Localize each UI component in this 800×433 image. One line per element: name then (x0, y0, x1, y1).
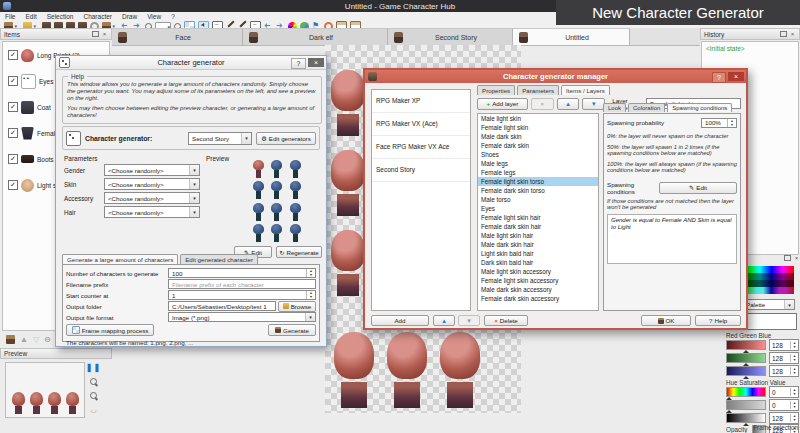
preview-zoom-out-button[interactable] (88, 390, 99, 401)
float-panel-icon[interactable] (780, 31, 787, 37)
layer-row[interactable]: Male legs (478, 159, 598, 168)
help-titlebar-button[interactable]: ? (712, 72, 726, 83)
tab-parameters[interactable]: Parameters (517, 85, 559, 95)
output-format-select[interactable]: Image (*.png)▾ (168, 312, 316, 322)
tab-second-story[interactable]: Second Story (388, 28, 513, 45)
spinner-arrows-icon[interactable]: ▴▾ (790, 414, 798, 422)
layer-row[interactable]: Male dark skin accessory (478, 285, 598, 294)
pause-button[interactable]: ❚❚ (88, 362, 99, 373)
browse-button[interactable]: Browse (278, 301, 316, 312)
saturation-slider[interactable] (726, 400, 766, 410)
float-panel-icon[interactable] (784, 255, 791, 261)
menu-view[interactable]: View (142, 13, 166, 20)
green-slider[interactable] (726, 353, 766, 363)
close-panel-icon[interactable]: × (793, 255, 800, 262)
green-spinbox[interactable]: 128▴▾ (769, 352, 799, 364)
layer-row[interactable]: Shoes (478, 150, 598, 159)
generate-button[interactable]: Generate (268, 324, 316, 336)
tab-edit-generated-character[interactable]: Edit generated character (180, 254, 258, 264)
layer-row[interactable]: Eyes (478, 204, 598, 213)
hair-select[interactable]: <Choose randomly>▾ (104, 206, 200, 218)
spinner-arrows-icon[interactable]: ▴▾ (306, 291, 315, 299)
layer-row[interactable]: Female light skin hair (478, 213, 598, 222)
preview-zoom-in-button[interactable] (88, 376, 99, 387)
add-layer-button[interactable]: + Add layer (477, 98, 528, 110)
spinner-arrows-icon[interactable]: ▴▾ (790, 367, 798, 375)
tab-properties[interactable]: Properties (477, 85, 515, 95)
ok-button[interactable]: OK (641, 315, 691, 326)
layer-row[interactable]: Male light skin accessory (478, 267, 598, 276)
menu-draw[interactable]: Draw (117, 13, 142, 20)
onion-skin-button[interactable]: ◡ (88, 404, 99, 415)
item-sprite-icon[interactable] (6, 335, 15, 344)
layer-row[interactable]: Female light skin accessory (478, 276, 598, 285)
item-checkbox[interactable]: ✓ (8, 76, 18, 86)
item-checkbox[interactable]: ✓ (8, 128, 18, 138)
item-checkbox[interactable]: ✓ (8, 102, 18, 112)
spinner-arrows-icon[interactable]: ▴▾ (727, 119, 736, 127)
menu-character[interactable]: Character (78, 13, 117, 20)
layer-row[interactable]: Light skin bald hair (478, 249, 598, 258)
saturation-spinbox[interactable]: 0▴▾ (769, 399, 799, 411)
current-color-swatch[interactable] (745, 313, 797, 330)
layer-row[interactable]: Male dark skin hair (478, 240, 598, 249)
move-generator-down-button[interactable]: ▼ (458, 315, 480, 326)
add-generator-button[interactable]: Add (371, 315, 429, 326)
regenerate-button[interactable]: ↻Regenerate (276, 246, 322, 258)
spinner-arrows-icon[interactable]: ▴▾ (790, 401, 798, 409)
count-spinbox[interactable]: 100▴▾ (168, 268, 316, 278)
item-checkbox[interactable]: ✓ (8, 154, 18, 164)
spinner-arrows-icon[interactable]: ▴▾ (306, 269, 315, 277)
layer-row[interactable]: Female dark skin accessory (478, 294, 598, 303)
tab-dark-elf[interactable]: Dark elf (243, 28, 388, 45)
spinner-arrows-icon[interactable]: ▴▾ (790, 388, 798, 396)
layer-row[interactable]: Female dark skin torso (478, 186, 598, 195)
move-layer-up-button[interactable]: ▲ (557, 98, 580, 110)
move-generator-up-button[interactable]: ▲ (433, 315, 455, 326)
generator-select[interactable]: Second Story▾ (188, 132, 252, 145)
tab-face[interactable]: Face (112, 28, 243, 45)
skin-select[interactable]: <Choose randomly>▾ (104, 178, 200, 190)
output-folder-input[interactable] (168, 301, 276, 311)
blue-slider[interactable] (726, 366, 766, 376)
spinner-arrows-icon[interactable]: ▴▾ (790, 354, 798, 362)
generator-list-item[interactable]: Face RPG Maker VX Ace (372, 136, 470, 159)
spinner-arrows-icon[interactable]: ▴▾ (790, 341, 798, 349)
tab-untitled[interactable]: Untitled (513, 28, 630, 45)
generator-list-item[interactable]: RPG Maker XP (372, 90, 470, 113)
value-slider[interactable] (726, 413, 766, 423)
move-layer-down-button[interactable]: ▼ (582, 98, 605, 110)
probability-spinbox[interactable]: 100%▴▾ (701, 118, 737, 128)
generator-list-item[interactable]: Second Story (372, 159, 470, 182)
item-checkbox[interactable]: ✓ (8, 50, 18, 60)
help-titlebar-button[interactable]: ? (291, 58, 306, 69)
layer-row[interactable]: Dark skin bald hair (478, 258, 598, 267)
layer-row[interactable]: Male light skin (478, 114, 598, 123)
menu-file[interactable]: File (0, 13, 20, 20)
remove-layer-button[interactable]: × (531, 98, 554, 110)
edit-generators-button[interactable]: ⚙ Edit generators (256, 132, 316, 145)
item-checkbox[interactable]: ✓ (8, 180, 18, 190)
close-panel-icon[interactable]: × (789, 31, 796, 38)
blue-spinbox[interactable]: 128▴▾ (769, 365, 799, 377)
value-spinbox[interactable]: 128▴▾ (769, 412, 799, 424)
close-dialog-button[interactable]: × (728, 72, 744, 81)
float-panel-icon[interactable] (92, 31, 99, 37)
palette-select[interactable]: Palette▾ (742, 299, 795, 310)
filename-prefix-input[interactable] (168, 279, 316, 289)
menu-help[interactable]: ? (166, 13, 180, 20)
layer-row-selected[interactable]: Female light skin torso (478, 177, 598, 186)
hue-spinbox[interactable]: 0▴▾ (769, 386, 799, 398)
gender-select[interactable]: <Choose randomly>▾ (104, 164, 200, 176)
menu-edit[interactable]: Edit (20, 13, 41, 20)
generator-list-item[interactable]: RPG Maker VX (Ace) (372, 113, 470, 136)
remove-item-icon[interactable]: ⊖ (44, 335, 51, 344)
close-panel-icon[interactable]: × (101, 31, 108, 38)
close-dialog-button[interactable]: × (308, 58, 324, 67)
layer-row[interactable]: Female legs (478, 168, 598, 177)
accessory-select[interactable]: <Choose randomly>▾ (104, 192, 200, 204)
move-item-up-icon[interactable]: ▲ (20, 335, 28, 344)
start-counter-spinbox[interactable]: 1▴▾ (168, 290, 316, 300)
red-spinbox[interactable]: 128▴▾ (769, 339, 799, 351)
move-item-down-icon[interactable]: ▽ (33, 335, 39, 344)
